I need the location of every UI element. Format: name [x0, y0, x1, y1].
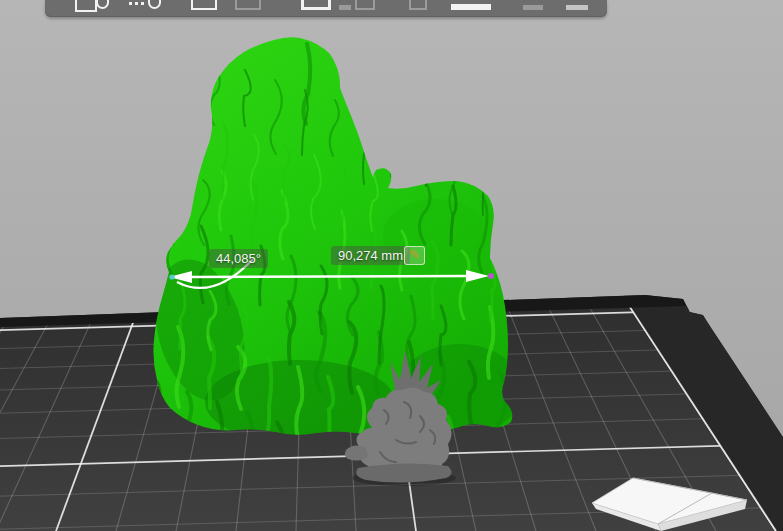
measurement-overlay	[0, 0, 783, 531]
arrowhead-right	[466, 270, 489, 282]
delete-all-icon[interactable]	[191, 0, 217, 10]
distance-value: 90,274 mm	[338, 248, 403, 263]
angle-value: 44,085°	[216, 251, 261, 266]
arrange-icon[interactable]	[235, 0, 261, 10]
split-icon[interactable]	[451, 4, 491, 10]
top-toolbar	[45, 0, 607, 17]
remove-instance-icon[interactable]	[409, 0, 427, 10]
pencil-icon: ✎	[409, 248, 420, 261]
vertex-marker-left	[169, 274, 174, 279]
vertex-marker-right	[488, 273, 494, 279]
add-instance-icon[interactable]	[355, 0, 375, 10]
variable-layer-height-icon[interactable]	[523, 5, 543, 10]
slicer-3d-viewport[interactable]: 44,085° 90,274 mm ✎	[0, 0, 783, 531]
edit-measurement-button[interactable]: ✎	[404, 246, 425, 265]
distance-measurement-label: 90,274 mm	[331, 246, 410, 265]
delete-icon[interactable]	[129, 0, 161, 11]
add-icon[interactable]	[75, 0, 111, 11]
paste-icon[interactable]	[339, 5, 351, 10]
copy-icon[interactable]	[301, 0, 331, 10]
settings-icon[interactable]	[566, 5, 588, 10]
angle-measurement-label: 44,085°	[209, 249, 268, 268]
